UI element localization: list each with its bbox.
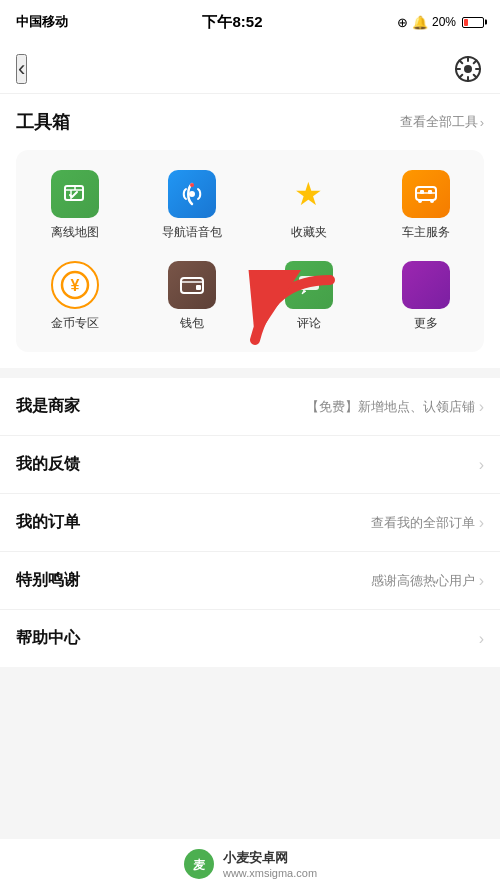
list-section: 我是商家 【免费】新增地点、认领店铺 › 我的反馈 › 我的订单 查看我的全部订… [0, 378, 500, 667]
car-service-icon [402, 170, 450, 218]
merchant-right: 【免费】新增地点、认领店铺 › [306, 398, 484, 416]
offline-map-icon [51, 170, 99, 218]
tool-row-2: ¥ 金币专区 钱包 [16, 251, 484, 342]
comment-icon [285, 261, 333, 309]
help-chevron-icon: › [479, 630, 484, 648]
comment-label: 评论 [297, 315, 321, 332]
toolbox-title: 工具箱 [16, 110, 70, 134]
toolbox-header: 工具箱 查看全部工具 › [16, 110, 484, 134]
view-all-chevron-icon: › [480, 115, 484, 130]
merchant-hint: 【免费】新增地点、认领店铺 [306, 398, 475, 416]
thanks-hint: 感谢高德热心用户 [371, 572, 475, 590]
status-right: ⊕ 🔔 20% [397, 15, 484, 30]
tool-item-nav-voice[interactable]: 导航语音包 [152, 170, 232, 241]
back-button[interactable]: ‹ [16, 54, 27, 84]
merchant-title: 我是商家 [16, 396, 80, 417]
help-title: 帮助中心 [16, 628, 80, 649]
orders-hint: 查看我的全部订单 [371, 514, 475, 532]
watermark: 麦 小麦安卓网 www.xmsigma.com [0, 839, 500, 889]
tool-row-1: 离线地图 导航语音包 [16, 160, 484, 251]
toolbox-section: 工具箱 查看全部工具 › [0, 94, 500, 368]
car-service-label: 车主服务 [402, 224, 450, 241]
feedback-title: 我的反馈 [16, 454, 80, 475]
nav-voice-label: 导航语音包 [162, 224, 222, 241]
view-all-tools-link[interactable]: 查看全部工具 › [400, 113, 484, 131]
coin-zone-label: 金币专区 [51, 315, 99, 332]
more-icon [402, 261, 450, 309]
status-bar: 中国移动 下午8:52 ⊕ 🔔 20% [0, 0, 500, 44]
nav-bar: ‹ [0, 44, 500, 94]
settings-icon [454, 55, 482, 83]
settings-button[interactable] [452, 53, 484, 85]
tool-item-offline-map[interactable]: 离线地图 [35, 170, 115, 241]
svg-text:¥: ¥ [70, 277, 79, 294]
svg-rect-13 [196, 285, 201, 290]
favorites-icon: ★ [285, 170, 333, 218]
tool-item-favorites[interactable]: ★ 收藏夹 [269, 170, 349, 241]
list-item-thanks[interactable]: 特别鸣谢 感谢高德热心用户 › [0, 552, 500, 610]
tool-item-wallet[interactable]: 钱包 [152, 261, 232, 332]
svg-point-8 [418, 199, 422, 203]
svg-point-4 [190, 183, 194, 187]
list-item-help[interactable]: 帮助中心 › [0, 610, 500, 667]
feedback-right: › [479, 456, 484, 474]
time-label: 下午8:52 [202, 13, 262, 32]
watermark-url: www.xmsigma.com [223, 867, 317, 879]
list-item-merchant[interactable]: 我是商家 【免费】新增地点、认领店铺 › [0, 378, 500, 436]
battery-icon [462, 17, 484, 28]
watermark-site-name: 小麦安卓网 [223, 849, 317, 867]
svg-rect-2 [65, 186, 83, 200]
nav-voice-icon [168, 170, 216, 218]
tool-item-comment[interactable]: 评论 [269, 261, 349, 332]
svg-point-3 [189, 191, 195, 197]
thanks-right: 感谢高德热心用户 › [371, 572, 484, 590]
orders-right: 查看我的全部订单 › [371, 514, 484, 532]
wallet-label: 钱包 [180, 315, 204, 332]
battery-percent: 20% [432, 15, 456, 29]
offline-map-label: 离线地图 [51, 224, 99, 241]
favorites-label: 收藏夹 [291, 224, 327, 241]
merchant-chevron-icon: › [479, 398, 484, 416]
list-item-feedback[interactable]: 我的反馈 › [0, 436, 500, 494]
wallet-icon [168, 261, 216, 309]
feedback-chevron-icon: › [479, 456, 484, 474]
thanks-title: 特别鸣谢 [16, 570, 80, 591]
alarm-icon: 🔔 [412, 15, 428, 30]
more-label: 更多 [414, 315, 438, 332]
watermark-logo: 麦 [183, 848, 215, 880]
orders-chevron-icon: › [479, 514, 484, 532]
tool-item-car-service[interactable]: 车主服务 [386, 170, 466, 241]
tool-item-more[interactable]: 更多 [386, 261, 466, 332]
svg-point-9 [430, 199, 434, 203]
svg-point-1 [464, 65, 472, 73]
list-item-orders[interactable]: 我的订单 查看我的全部订单 › [0, 494, 500, 552]
tool-item-coin-zone[interactable]: ¥ 金币专区 [35, 261, 115, 332]
coin-zone-icon: ¥ [51, 261, 99, 309]
main-content: 工具箱 查看全部工具 › [0, 94, 500, 667]
tool-grid: 离线地图 导航语音包 [16, 150, 484, 352]
svg-text:麦: 麦 [193, 858, 206, 872]
help-right: › [479, 630, 484, 648]
gps-icon: ⊕ [397, 15, 408, 30]
carrier-label: 中国移动 [16, 13, 68, 31]
thanks-chevron-icon: › [479, 572, 484, 590]
orders-title: 我的订单 [16, 512, 80, 533]
